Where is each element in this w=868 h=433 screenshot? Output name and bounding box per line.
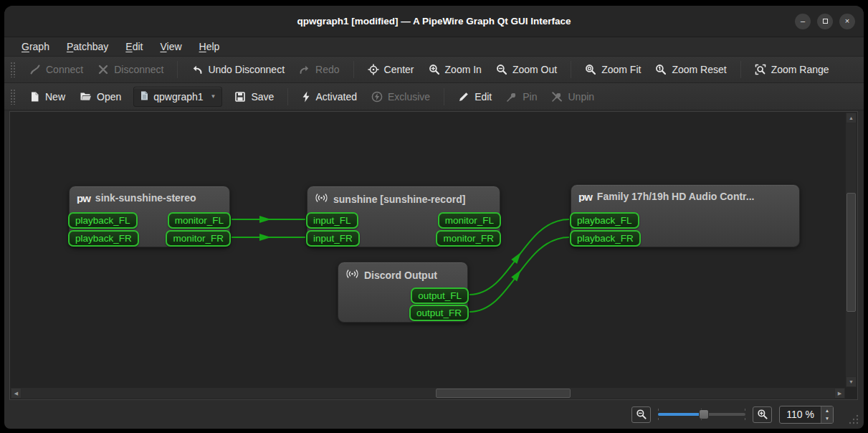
scroll-right-arrow[interactable]: ▶ <box>834 388 845 399</box>
spin-up-arrow[interactable]: ▲ <box>821 406 833 415</box>
new-patchbay-button[interactable]: New <box>23 87 72 106</box>
statusbar-zoom-in-button[interactable] <box>753 406 772 423</box>
zoom-slider-handle[interactable] <box>699 409 709 419</box>
menu-graph[interactable]: Graph <box>14 39 57 54</box>
node-title: sink-sunshine-stereo <box>95 192 196 204</box>
pin-icon <box>506 91 518 103</box>
activated-toggle[interactable]: Activated <box>295 87 363 106</box>
disconnect-button[interactable]: Disconnect <box>91 60 170 79</box>
open-patchbay-button[interactable]: Open <box>73 87 128 106</box>
zoom-percent-spinbox[interactable]: 110 % ▲ ▼ <box>779 406 834 424</box>
undo-icon <box>191 64 203 75</box>
spin-down-arrow[interactable]: ▼ <box>821 414 833 423</box>
port-monitor-fr[interactable]: monitor_FR <box>166 230 231 247</box>
vertical-scrollbar[interactable]: ▲ ▼ <box>846 113 857 387</box>
unpin-button[interactable]: Unpin <box>545 87 601 106</box>
port-input-fl[interactable]: input_FL <box>306 212 358 229</box>
node-header: pw sink-sunshine-stereo <box>70 186 229 204</box>
toolbar-drag-handle[interactable] <box>10 89 16 105</box>
redo-icon <box>299 64 310 75</box>
node-header: Discord Output <box>338 262 467 282</box>
scroll-up-arrow[interactable]: ▲ <box>846 113 857 123</box>
stream-icon <box>345 268 359 282</box>
vertical-scroll-thumb[interactable] <box>846 193 856 312</box>
scroll-down-arrow[interactable]: ▼ <box>846 376 857 387</box>
port-input-fr[interactable]: input_FR <box>306 230 360 247</box>
zoom-reset-icon <box>655 64 667 75</box>
port-playback-fr[interactable]: playback_FR <box>68 230 139 247</box>
zoom-range-button[interactable]: Zoom Range <box>748 60 836 79</box>
node-title: Discord Output <box>364 270 437 281</box>
horizontal-scrollbar[interactable]: ◀ ▶ <box>11 388 845 399</box>
connection-wire[interactable] <box>469 237 569 312</box>
stream-icon <box>315 192 328 206</box>
maximize-icon <box>823 19 828 24</box>
node-family-hd-audio[interactable]: pw Family 17h/19h HD Audio Contr... play… <box>571 184 800 247</box>
toolbar-drag-handle[interactable] <box>10 62 16 77</box>
port-monitor-fl[interactable]: monitor_FL <box>168 212 231 229</box>
horizontal-scroll-track[interactable] <box>22 388 834 399</box>
scroll-left-arrow[interactable]: ◀ <box>11 388 22 399</box>
horizontal-scroll-thumb[interactable] <box>436 389 571 398</box>
minimize-button[interactable]: – <box>795 14 811 29</box>
menubar: Graph Patchbay Edit View Help <box>4 37 864 57</box>
patchbay-toolbar: New Open qpwgraph1 ▼ Save Activated <box>4 83 864 110</box>
open-folder-icon <box>80 91 92 102</box>
patchbay-profile-select[interactable]: qpwgraph1 ▼ <box>133 87 222 107</box>
menu-edit[interactable]: Edit <box>118 39 150 54</box>
menu-patchbay[interactable]: Patchbay <box>59 39 115 54</box>
center-button[interactable]: Center <box>361 60 421 79</box>
graph-toolbar: Connect Disconnect Undo Disconnect Redo … <box>4 57 864 83</box>
zoom-slider[interactable] <box>658 406 745 422</box>
port-output-fl[interactable]: output_FL <box>411 287 469 304</box>
port-playback-fl[interactable]: playback_FL <box>68 212 138 229</box>
pin-button[interactable]: Pin <box>500 87 543 106</box>
toolbar-separator <box>353 61 354 78</box>
menu-view[interactable]: View <box>153 39 189 54</box>
zoom-fit-icon <box>585 64 596 75</box>
close-button[interactable]: × <box>839 14 855 29</box>
toolbar-separator <box>740 61 741 78</box>
connect-button[interactable]: Connect <box>23 60 90 79</box>
app-window: qpwgraph1 [modified] — A PipeWire Graph … <box>4 6 864 429</box>
zoom-in-button[interactable]: Zoom In <box>422 60 488 79</box>
titlebar[interactable]: qpwgraph1 [modified] — A PipeWire Graph … <box>4 6 864 37</box>
statusbar-zoom-out-button[interactable] <box>631 406 651 423</box>
node-header: sunshine [sunshine-record] <box>307 186 500 206</box>
undo-button[interactable]: Undo Disconnect <box>185 60 291 79</box>
port-playback-fl[interactable]: playback_FL <box>570 212 639 229</box>
zoom-slider-fill <box>658 413 703 416</box>
port-monitor-fr[interactable]: monitor_FR <box>436 230 501 247</box>
redo-button[interactable]: Redo <box>292 60 345 79</box>
zoom-out-icon <box>496 64 507 75</box>
zoom-out-button[interactable]: Zoom Out <box>490 60 563 79</box>
save-icon <box>234 91 246 103</box>
maximize-button[interactable] <box>817 14 833 29</box>
connection-wires <box>10 112 858 400</box>
graph-canvas[interactable]: pw sink-sunshine-stereo playback_FL play… <box>9 111 858 400</box>
patchbay-file-icon <box>140 90 149 103</box>
zoom-fit-button[interactable]: Zoom Fit <box>578 60 647 79</box>
zoom-reset-button[interactable]: Zoom Reset <box>649 60 733 79</box>
zoom-range-icon <box>755 64 766 75</box>
edit-toggle[interactable]: Edit <box>452 87 498 106</box>
node-title: Family 17h/19h HD Audio Contr... <box>597 191 755 202</box>
pipewire-icon: pw <box>77 193 90 204</box>
new-file-icon <box>29 91 40 103</box>
port-monitor-fl[interactable]: monitor_FL <box>438 212 501 229</box>
spinbox-steppers: ▲ ▼ <box>821 406 833 423</box>
toolbar-separator <box>177 61 178 78</box>
port-output-fr[interactable]: output_FR <box>409 305 469 321</box>
exclusive-toggle[interactable]: Exclusive <box>365 87 437 106</box>
save-patchbay-button[interactable]: Save <box>228 87 280 106</box>
zoom-in-icon <box>429 64 440 75</box>
port-playback-fr[interactable]: playback_FR <box>570 230 641 247</box>
node-sink-sunshine-stereo[interactable]: pw sink-sunshine-stereo playback_FL play… <box>69 186 230 247</box>
node-discord-output[interactable]: Discord Output output_FL output_FR <box>338 262 468 323</box>
zoom-percent-value[interactable]: 110 % <box>780 406 821 423</box>
node-title: sunshine [sunshine-record] <box>333 194 465 205</box>
node-sunshine-record[interactable]: sunshine [sunshine-record] input_FL inpu… <box>307 186 500 247</box>
window-resize-grip[interactable] <box>849 414 859 424</box>
menu-help[interactable]: Help <box>192 39 227 54</box>
node-header: pw Family 17h/19h HD Audio Contr... <box>571 185 799 202</box>
